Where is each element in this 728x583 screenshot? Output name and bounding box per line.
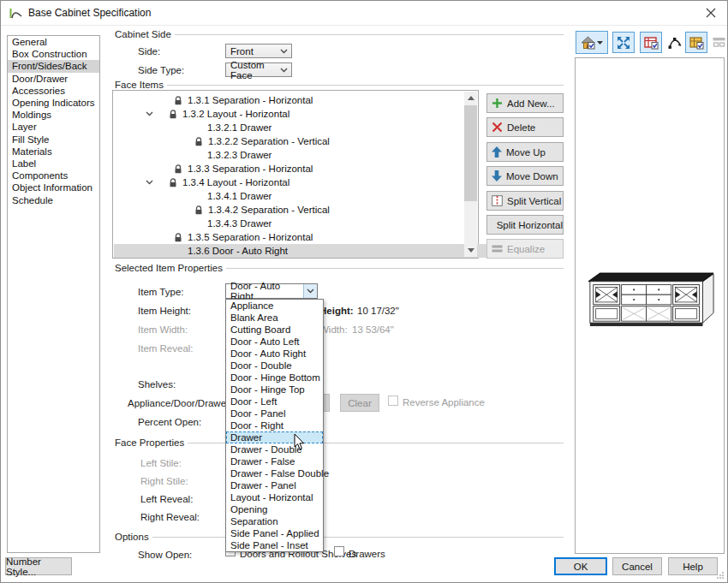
side-value: Front <box>230 46 254 57</box>
scrollbar-thumb[interactable] <box>464 105 477 201</box>
dropdown-option[interactable]: Door - Left <box>226 396 323 408</box>
disabled-toolbar-button[interactable] <box>710 33 727 51</box>
scroll-down-button[interactable] <box>464 244 477 257</box>
dropdown-option[interactable]: Blank Area <box>226 312 323 324</box>
cabinet-face-toggle-button[interactable] <box>640 32 662 53</box>
cabinet-color-toggle-button[interactable] <box>685 32 707 53</box>
sidebar-item-door-drawer[interactable]: Door/Drawer <box>8 73 99 85</box>
dropdown-option[interactable]: Separation <box>226 515 323 527</box>
dropdown-option[interactable]: Side Panel - Applied <box>226 527 323 539</box>
close-icon <box>706 8 716 18</box>
equalize-icon <box>492 243 503 254</box>
tree-scrollbar[interactable] <box>464 92 477 257</box>
sidebar-item-label[interactable]: Label <box>8 158 99 170</box>
item-reveal-label: Item Reveal: <box>138 342 194 354</box>
dropdown-option[interactable]: Door - Auto Left <box>226 336 323 348</box>
help-button[interactable]: Help <box>668 557 718 575</box>
standard-views-button[interactable] <box>576 31 608 54</box>
item-type-dropdown-list: Appliance Blank Area Cutting Board Door … <box>225 299 324 552</box>
sidebar-item-materials[interactable]: Materials <box>8 146 99 158</box>
sidebar-item-moldings[interactable]: Moldings <box>8 109 99 121</box>
move-down-button[interactable]: Move Down <box>486 166 564 186</box>
sidebar-item-box-construction[interactable]: Box Construction <box>8 48 99 60</box>
dropdown-option[interactable]: Side Panel - Inset <box>226 539 323 551</box>
right-reveal-label: Right Reveal: <box>140 511 200 523</box>
dialog-title: Base Cabinet Specification <box>28 7 151 19</box>
arrow-down-icon <box>492 170 502 181</box>
percent-open-label: Percent Open: <box>138 416 201 428</box>
cancel-button[interactable]: Cancel <box>612 557 662 575</box>
dropdown-option[interactable]: Drawer - False <box>226 455 323 467</box>
lock-icon <box>169 110 177 119</box>
appliance-door-drawer-label: Appliance/Door/Drawer: <box>128 397 232 409</box>
dropdown-option[interactable]: Drawer - Panel <box>226 479 323 491</box>
selected-item-header: Selected Item Properties <box>113 263 226 274</box>
sidebar-item-opening-indicators[interactable]: Opening Indicators <box>8 97 99 109</box>
resize-grip[interactable] <box>716 571 725 580</box>
side-type-select[interactable]: Custom Face <box>225 62 292 77</box>
drawers-checkbox[interactable] <box>334 546 344 556</box>
dropdown-option[interactable]: Door - Panel <box>226 408 323 419</box>
number-style-button[interactable]: Number Style... <box>5 557 72 575</box>
sidebar-item-fill-style[interactable]: Fill Style <box>8 134 99 146</box>
split-vertical-icon <box>492 195 503 206</box>
scroll-up-button[interactable] <box>464 92 477 104</box>
dropdown-option[interactable]: Door - Right <box>226 419 323 431</box>
mouse-cursor-icon <box>294 434 306 451</box>
dropdown-option[interactable]: Drawer - Double <box>226 443 323 455</box>
sidebar-item-schedule[interactable]: Schedule <box>8 194 99 206</box>
dropdown-option-highlighted[interactable]: Drawer <box>226 431 323 443</box>
side-type-label: Side Type: <box>138 64 184 76</box>
tree-item[interactable]: 1.3.2 Layout - Horizontal <box>114 107 498 121</box>
sidebar-item-components[interactable]: Components <box>8 170 99 181</box>
adjust-path-button[interactable] <box>664 32 686 53</box>
item-type-select[interactable]: Door - Auto Right <box>225 283 318 299</box>
face-items-divider <box>113 85 564 86</box>
sidebar-item-layer[interactable]: Layer <box>8 121 99 133</box>
dropdown-option[interactable]: Door - Double <box>226 360 323 372</box>
dropdown-option[interactable]: Door - Auto Right <box>226 348 323 360</box>
sidebar-item-accessories[interactable]: Accessories <box>8 85 99 97</box>
reverse-appliance-checkbox[interactable] <box>388 396 398 406</box>
item-height-label: Item Height: <box>138 305 191 317</box>
equalize-button[interactable]: Equalize <box>486 239 564 259</box>
dropdown-option[interactable]: Appliance <box>226 300 323 312</box>
chevron-expander-icon[interactable] <box>146 180 153 185</box>
split-horizontal-icon <box>492 219 492 230</box>
item-type-label: Item Type: <box>138 286 183 298</box>
yellow-cabinet-icon <box>689 36 704 50</box>
clear-button[interactable]: Clear <box>340 394 379 412</box>
tree-item[interactable]: 1.3.4.2 Separation - Vertical <box>114 203 546 217</box>
dropdown-option[interactable]: Door - Hinge Bottom <box>226 372 323 384</box>
sidebar-item-object-information[interactable]: Object Information <box>8 181 99 193</box>
side-select[interactable]: Front <box>225 44 292 58</box>
options-header: Options <box>113 532 152 543</box>
ok-button[interactable]: OK <box>554 557 607 575</box>
move-up-button[interactable]: Move Up <box>486 142 564 162</box>
dropdown-option[interactable]: Cutting Board <box>226 324 323 336</box>
tree-item[interactable]: 1.3.2.2 Separation - Vertical <box>114 134 546 148</box>
dropdown-option[interactable]: Layout - Horizontal <box>226 491 323 503</box>
fill-window-button[interactable] <box>612 32 635 53</box>
tree-item[interactable]: 1.3.4 Layout - Horizontal <box>114 175 498 189</box>
sidebar-item-front-sides-back[interactable]: Front/Sides/Back <box>8 60 99 72</box>
lock-icon <box>169 178 177 187</box>
split-vertical-button[interactable]: Split Vertical <box>486 191 564 211</box>
split-horizontal-button[interactable]: Split Horizontal <box>486 215 564 235</box>
delete-button[interactable]: Delete <box>486 117 564 137</box>
add-new-button[interactable]: Add New... <box>486 93 564 113</box>
dropdown-option[interactable]: Opening <box>226 503 323 515</box>
dropdown-arrow-icon <box>597 41 603 45</box>
item-width-label: Item Width: <box>138 324 188 336</box>
side-label: Side: <box>138 45 160 57</box>
lock-icon <box>174 96 182 105</box>
arrow-up-icon <box>492 146 502 158</box>
chevron-expander-icon[interactable] <box>146 111 153 116</box>
reverse-appliance-label: Reverse Appliance <box>403 396 485 408</box>
face-properties-header: Face Properties <box>113 437 188 449</box>
dropdown-option[interactable]: Drawer - False Double <box>226 467 323 479</box>
sidebar-item-general[interactable]: General <box>8 36 99 48</box>
title-bar: Base Cabinet Specification <box>1 1 727 26</box>
dropdown-option[interactable]: Door - Hinge Top <box>226 384 323 396</box>
close-button[interactable] <box>701 4 720 21</box>
